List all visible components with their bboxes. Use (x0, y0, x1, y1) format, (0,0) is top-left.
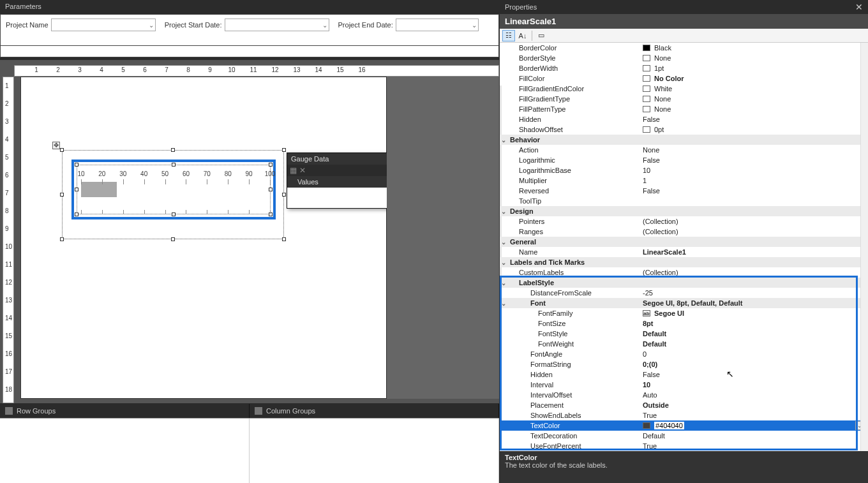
property-row[interactable]: FillGradientEndColorWhite (500, 84, 868, 94)
property-value[interactable]: 10 (640, 381, 868, 389)
move-handle-icon[interactable]: ✥ (52, 142, 60, 149)
column-groups-area[interactable] (250, 419, 499, 483)
property-value[interactable]: 0;(0) (640, 360, 868, 368)
property-row[interactable]: FontStyleDefault (500, 329, 868, 339)
gauge-selection[interactable]: 102030405060708090100 (71, 160, 276, 219)
property-row[interactable]: ToolTip (500, 196, 868, 206)
property-category[interactable]: ⌄Behavior (500, 135, 868, 145)
property-row[interactable]: HiddenFalse (500, 369, 868, 380)
property-row[interactable]: FillColorNo Color (500, 73, 868, 84)
resize-handle[interactable] (75, 188, 79, 191)
param-dropdown-start-date[interactable]: ⌄ (225, 19, 329, 31)
column-groups-header[interactable]: Column Groups (250, 404, 499, 418)
property-value[interactable]: None (640, 95, 868, 103)
property-value[interactable]: None (640, 146, 868, 154)
close-icon[interactable]: ✕ (855, 2, 863, 12)
property-row[interactable]: FillPatternTypeNone (500, 104, 868, 114)
property-row[interactable]: ShadowOffset0pt (500, 124, 868, 135)
gauge-container[interactable]: ✥ 1020304050607080 (62, 150, 284, 239)
resize-handle[interactable] (60, 237, 64, 241)
row-groups-header[interactable]: Row Groups (0, 404, 250, 418)
properties-grid[interactable]: BorderColorBlackBorderStyleNoneBorderWid… (500, 43, 868, 451)
property-row[interactable]: UseFontPercentTrue (500, 441, 868, 451)
expand-icon[interactable]: ⌄ (500, 239, 507, 246)
gauge-data-popup[interactable]: Gauge Data ▦ ✕ Values (287, 152, 400, 209)
property-row[interactable]: Ranges(Collection) (500, 227, 868, 237)
property-category[interactable]: ⌄FontSegoe UI, 8pt, Default, Default (500, 298, 868, 308)
property-row[interactable]: BorderColorBlack (500, 43, 868, 53)
property-row[interactable]: ReversedFalse (500, 186, 868, 196)
property-row[interactable]: LogarithmicFalse (500, 155, 868, 165)
table-icon[interactable]: ▦ (290, 166, 297, 175)
resize-handle[interactable] (75, 212, 79, 216)
report-page[interactable]: ✥ 1020304050607080 (20, 77, 387, 399)
property-value[interactable]: 0pt (640, 126, 868, 133)
gauge-scale[interactable]: 102030405060708090100 (77, 165, 271, 214)
property-row[interactable]: Pointers(Collection) (500, 216, 868, 227)
param-dropdown-end-date[interactable]: ⌄ (396, 19, 479, 31)
property-value[interactable]: Default (640, 432, 868, 440)
property-value[interactable]: True (640, 412, 868, 419)
properties-object-name[interactable]: LinearScale1 (500, 14, 868, 29)
property-value[interactable]: Default (640, 330, 868, 338)
property-row[interactable]: Multiplier1 (500, 175, 868, 186)
alphabetical-button[interactable]: A↓ (516, 30, 529, 41)
property-row[interactable]: HiddenFalse (500, 114, 868, 124)
property-value[interactable]: Black (640, 44, 868, 52)
property-value[interactable]: 1pt (640, 64, 868, 72)
property-row[interactable]: FillGradientTypeNone (500, 94, 868, 104)
property-row[interactable]: NameLinearScale1 (500, 247, 868, 257)
property-value[interactable]: None (640, 54, 868, 62)
property-row[interactable]: TextColor#404040⌄ (500, 420, 868, 431)
resize-handle[interactable] (282, 237, 286, 241)
resize-handle[interactable] (171, 148, 175, 152)
property-value[interactable]: True (640, 442, 868, 450)
property-row[interactable]: IntervalOffsetAuto (500, 390, 868, 400)
property-row[interactable]: BorderStyleNone (500, 53, 868, 63)
property-category[interactable]: ⌄Labels and Tick Marks (500, 257, 868, 267)
property-row[interactable]: FormatString0;(0) (500, 359, 868, 369)
property-row[interactable]: FontWeightDefault (500, 339, 868, 349)
resize-handle[interactable] (60, 148, 64, 152)
property-row[interactable]: FontFamilyabSegoe UI (500, 308, 868, 318)
expand-icon[interactable]: ⌄ (500, 208, 507, 215)
property-value[interactable]: Default (640, 340, 868, 348)
resize-handle[interactable] (269, 212, 273, 216)
property-row[interactable]: CustomLabels(Collection) (500, 267, 868, 278)
property-value[interactable]: Auto (640, 391, 868, 399)
resize-handle[interactable] (282, 193, 286, 197)
property-row[interactable]: PlacementOutside (500, 400, 868, 410)
property-value[interactable]: White (640, 85, 868, 93)
property-row[interactable]: TextDecorationDefault (500, 431, 868, 441)
property-row[interactable]: LogarithmicBase10 (500, 165, 868, 175)
property-value[interactable]: -25 (640, 289, 868, 297)
property-row[interactable]: FontSize8pt (500, 318, 868, 329)
property-value[interactable]: False (640, 115, 868, 123)
property-pages-button[interactable]: ▭ (535, 30, 548, 41)
resize-handle[interactable] (171, 237, 175, 241)
property-value[interactable]: Segoe UI, 8pt, Default, Default (640, 299, 868, 307)
property-category[interactable]: ⌄LabelStyle (500, 278, 868, 288)
property-value[interactable]: No Color (640, 75, 868, 82)
property-value[interactable]: False (640, 187, 868, 195)
property-value[interactable]: 8pt (640, 320, 868, 327)
property-value[interactable]: 0 (640, 350, 868, 358)
resize-handle[interactable] (282, 148, 286, 152)
property-row[interactable]: Interval10 (500, 380, 868, 390)
property-value[interactable]: Outside (640, 401, 868, 409)
scrollbar[interactable] (860, 43, 868, 451)
gauge-data-values-area[interactable] (287, 188, 400, 208)
param-dropdown-project-name[interactable]: ⌄ (51, 19, 156, 31)
property-value[interactable]: (Collection) (640, 228, 868, 235)
resize-handle[interactable] (60, 193, 64, 197)
resize-handle[interactable] (269, 163, 273, 167)
resize-handle[interactable] (269, 188, 273, 191)
property-category[interactable]: ⌄General (500, 237, 868, 247)
close-icon[interactable]: ✕ (299, 166, 306, 175)
property-value[interactable]: LinearScale1 (640, 248, 868, 256)
property-row[interactable]: FontAngle0 (500, 349, 868, 359)
property-value[interactable]: #404040 (640, 422, 868, 429)
resize-handle[interactable] (172, 163, 176, 167)
resize-handle[interactable] (172, 212, 176, 216)
property-row[interactable]: DistanceFromScale-25 (500, 288, 868, 298)
